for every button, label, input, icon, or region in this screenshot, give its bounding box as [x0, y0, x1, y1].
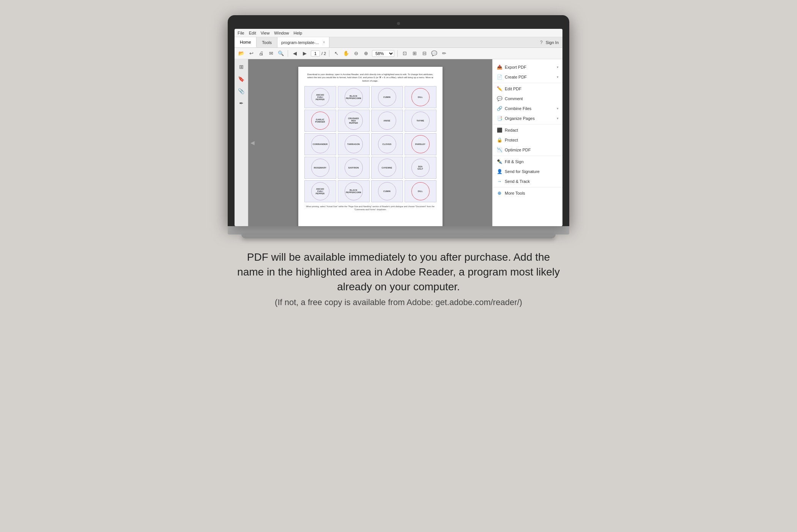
- toolbar-select-icon[interactable]: ↖: [332, 50, 340, 57]
- panel-tool-optimize[interactable]: 📉 Optimize PDF: [493, 145, 562, 155]
- spice-cell: PARSLEY: [405, 133, 436, 155]
- sign-in-area: ? Sign In: [536, 37, 562, 47]
- spice-label: SEASALT: [411, 159, 430, 177]
- sidebar-bookmark-icon[interactable]: 🔖: [237, 74, 246, 83]
- spice-cell: ANISE: [371, 110, 403, 132]
- spice-cell: DILL: [405, 86, 436, 108]
- right-panel: 📤 Export PDF ▾ 📄 Create PDF ▾ ✏️ Ed: [492, 59, 562, 226]
- spice-cell: CUMIN: [371, 86, 403, 108]
- edit-pdf-icon: ✏️: [496, 86, 502, 92]
- help-icon[interactable]: ?: [540, 40, 543, 45]
- comment-icon: 💬: [496, 96, 502, 102]
- spice-label: CAYENNE: [378, 159, 396, 177]
- left-sidebar: ⊞ 🔖 📎 ✒: [235, 59, 248, 226]
- spice-cell: ANCHOCHILIPEPPER: [304, 86, 336, 108]
- toolbar-comment-icon[interactable]: 💬: [430, 50, 438, 57]
- laptop-container: File Edit View Window Help Home Tools pr…: [228, 15, 569, 238]
- pdf-instructions-top: Download to your desktop, open in Acroba…: [304, 73, 436, 82]
- panel-tool-send-signature[interactable]: 👤 Send for Signature: [493, 167, 562, 176]
- toolbar-zoom-out-icon[interactable]: ⊖: [352, 50, 360, 57]
- bottom-sub-text: (If not, a free copy is available from A…: [235, 297, 562, 307]
- panel-tool-combine[interactable]: 🔗 Combine Files ▾: [493, 104, 562, 113]
- toolbar-view-icon[interactable]: ⊟: [421, 50, 428, 57]
- tab-close-button[interactable]: ×: [323, 40, 325, 44]
- panel-tool-organize[interactable]: 📑 Organize Pages ▾: [493, 113, 562, 123]
- laptop-screen: File Edit View Window Help Home Tools pr…: [235, 29, 562, 226]
- redact-icon: ⬛: [496, 127, 502, 133]
- spice-grid-row-3: CORRIANDER TARRAGON CLOVES PARSLEY: [304, 133, 436, 155]
- tab-tools[interactable]: Tools: [257, 37, 277, 47]
- protect-icon: 🔒: [496, 137, 502, 143]
- sign-in-button[interactable]: Sign In: [546, 40, 559, 45]
- menu-window[interactable]: Window: [274, 31, 289, 35]
- pdf-viewer[interactable]: ◀ Download to your desktop, open in Acro…: [248, 59, 492, 226]
- spice-label: TARRAGON: [345, 135, 363, 153]
- zoom-select[interactable]: 58% 75% 100%: [372, 50, 394, 57]
- panel-tool-send-track[interactable]: → Send & Track: [493, 176, 562, 186]
- sidebar-pages-icon[interactable]: ⊞: [237, 62, 246, 71]
- spice-cell: THYME: [405, 110, 436, 132]
- spice-cell: SEASALT: [405, 157, 436, 179]
- spice-cell: CUMIN: [371, 180, 403, 202]
- panel-tool-redact[interactable]: ⬛ Redact: [493, 125, 562, 135]
- menu-edit[interactable]: Edit: [249, 31, 256, 35]
- fill-sign-label: Fill & Sign: [505, 159, 559, 164]
- menu-file[interactable]: File: [238, 31, 244, 35]
- panel-tool-more-tools[interactable]: ⊕ More Tools: [493, 188, 562, 198]
- panel-tool-edit-pdf[interactable]: ✏️ Edit PDF: [493, 84, 562, 94]
- toolbar-zoom-in-icon[interactable]: ⊕: [362, 50, 370, 57]
- tab-file[interactable]: program-template-... ×: [277, 37, 329, 47]
- toolbar-print-icon[interactable]: 🖨: [257, 50, 265, 57]
- spice-label: CORRIANDER: [311, 135, 329, 153]
- menu-help[interactable]: Help: [293, 31, 302, 35]
- sidebar-sign-icon[interactable]: ✒: [237, 99, 246, 108]
- spice-label: CUMIN: [378, 182, 396, 200]
- toolbar-hand-icon[interactable]: ✋: [342, 50, 350, 57]
- spice-label: CUMIN: [378, 88, 396, 106]
- spice-grid-row-1: ANCHOCHILIPEPPER BLACKPEPPERCORN CUMIN D…: [304, 86, 436, 108]
- laptop-foot: [241, 235, 556, 238]
- spice-label: DILL: [411, 182, 430, 200]
- export-pdf-arrow: ▾: [557, 65, 559, 69]
- toolbar-sep-2: [329, 50, 329, 57]
- toolbar-sep-3: [397, 50, 398, 57]
- page-number-input[interactable]: [311, 50, 320, 57]
- pdf-footer: When printing, select "Actual Size" with…: [304, 205, 436, 211]
- combine-files-icon: 🔗: [496, 105, 502, 112]
- toolbar-open-icon[interactable]: 📂: [238, 50, 245, 57]
- spice-cell: TARRAGON: [338, 133, 370, 155]
- menu-bar: File Edit View Window Help: [235, 29, 562, 37]
- sidebar-attach-icon[interactable]: 📎: [237, 87, 246, 96]
- menu-view[interactable]: View: [261, 31, 270, 35]
- spice-label: ANISE: [378, 112, 396, 130]
- panel-tool-export-pdf[interactable]: 📤 Export PDF ▾: [493, 62, 562, 72]
- panel-sep-1: [493, 83, 562, 83]
- toolbar-prev-page-icon[interactable]: ◀: [291, 50, 299, 57]
- comment-label: Comment: [505, 96, 559, 101]
- toolbar-search-icon[interactable]: 🔍: [277, 50, 285, 57]
- spice-cell: CRUSHEDREDPEPPER: [338, 110, 370, 132]
- send-track-label: Send & Track: [505, 179, 559, 184]
- panel-tool-protect[interactable]: 🔒 Protect: [493, 135, 562, 145]
- spice-cell: ANCHOCHILIPEPPER: [304, 180, 336, 202]
- toolbar-back-icon[interactable]: ↩: [247, 50, 255, 57]
- toolbar-pen-icon[interactable]: ✏: [440, 50, 448, 57]
- page-nav: / 2: [311, 50, 326, 57]
- toolbar-next-page-icon[interactable]: ▶: [301, 50, 309, 57]
- panel-sep-3: [493, 156, 562, 156]
- create-pdf-icon: 📄: [496, 74, 502, 80]
- spice-label: BLACKPEPPERCORN: [345, 88, 363, 106]
- toolbar-email-icon[interactable]: ✉: [267, 50, 275, 57]
- toolbar-fit-page-icon[interactable]: ⊡: [401, 50, 408, 57]
- redact-label: Redact: [505, 128, 559, 132]
- spice-cell: CAYENNE: [371, 157, 403, 179]
- toolbar-snap-icon[interactable]: ⊞: [411, 50, 418, 57]
- tab-home[interactable]: Home: [235, 37, 257, 47]
- panel-tool-comment[interactable]: 💬 Comment: [493, 94, 562, 104]
- panel-tool-fill-sign[interactable]: ✒️ Fill & Sign: [493, 157, 562, 167]
- organize-pages-label: Organize Pages: [505, 116, 554, 121]
- panel-tool-create-pdf[interactable]: 📄 Create PDF ▾: [493, 72, 562, 82]
- create-pdf-arrow: ▾: [557, 75, 559, 79]
- more-tools-label: More Tools: [505, 191, 559, 195]
- page-nav-arrow[interactable]: ◀: [250, 140, 255, 146]
